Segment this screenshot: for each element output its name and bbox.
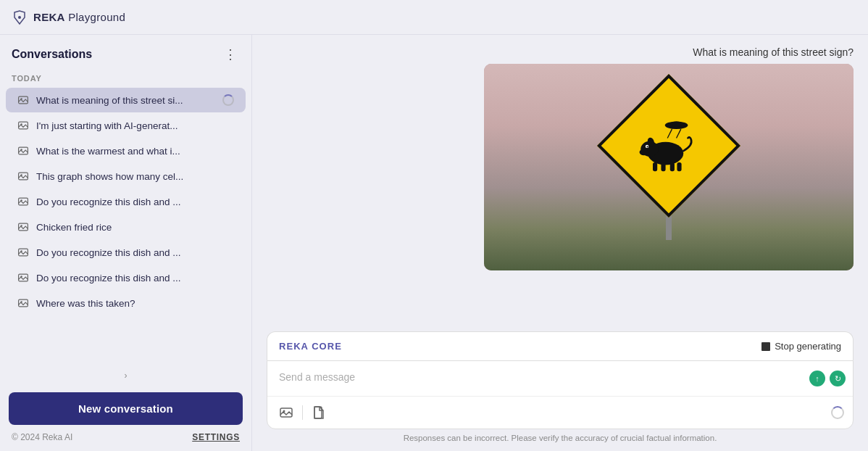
conversation-item[interactable]: Chicken fried rice xyxy=(6,215,246,239)
sidebar-menu-button[interactable]: ⋮ xyxy=(221,45,240,64)
conversation-item[interactable]: Do you recognize this dish and ... xyxy=(6,189,246,214)
sidebar-title: Conversations xyxy=(12,48,92,61)
loading-spinner xyxy=(831,406,844,419)
svg-rect-30 xyxy=(661,162,665,170)
image-icon xyxy=(279,405,293,420)
conv-image-icon xyxy=(17,94,29,106)
image-upload-button[interactable] xyxy=(276,402,296,423)
reka-logo-icon xyxy=(12,9,28,25)
chat-messages: What is meaning of this street sign? xyxy=(252,35,868,331)
conv-item-label: What is meaning of this street si... xyxy=(36,95,215,106)
section-today-label: TODAY xyxy=(0,71,251,87)
conversation-item[interactable]: Where was this taken? xyxy=(6,291,246,315)
model-name-label: REKA CORE xyxy=(279,341,342,352)
disclaimer-text: Responses can be incorrect. Please verif… xyxy=(267,429,854,445)
attach-image-icon[interactable]: ↑ xyxy=(809,371,825,386)
header: REKA Playground xyxy=(0,0,868,35)
diamond-sign xyxy=(597,74,740,218)
conversation-item[interactable]: I'm just starting with AI-generat... xyxy=(6,113,246,138)
scroll-indicator: › xyxy=(0,368,251,384)
new-conversation-button[interactable]: New conversation xyxy=(9,392,243,425)
conversation-item[interactable]: What is the warmest and what i... xyxy=(6,138,246,163)
chat-area: What is meaning of this street sign? xyxy=(252,35,868,451)
conv-item-label: Chicken fried rice xyxy=(36,222,234,233)
svg-line-21 xyxy=(667,129,672,138)
conv-image-icon xyxy=(17,170,29,182)
conversations-list: What is meaning of this street si...I'm … xyxy=(0,87,251,368)
message-input-box: ↑ ↻ xyxy=(267,360,854,429)
stop-icon xyxy=(761,342,770,351)
user-message: What is meaning of this street sign? xyxy=(484,46,854,270)
sidebar-header: Conversations ⋮ xyxy=(0,35,251,71)
conv-image-icon xyxy=(17,120,29,131)
svg-rect-31 xyxy=(670,162,675,170)
input-controls xyxy=(267,396,853,429)
conv-spinner xyxy=(222,94,234,106)
main-layout: Conversations ⋮ TODAY What is meaning of… xyxy=(0,35,868,451)
stop-label: Stop generating xyxy=(775,341,841,352)
logo: REKA Playground xyxy=(12,9,125,25)
conv-image-icon xyxy=(17,196,29,207)
file-upload-button[interactable] xyxy=(309,402,329,423)
conversation-item[interactable]: What is meaning of this street si... xyxy=(6,88,246,112)
conversation-item[interactable]: Do you recognize this dish and ... xyxy=(6,240,246,265)
model-bar: REKA CORE Stop generating xyxy=(267,331,854,360)
conv-image-icon xyxy=(17,247,29,258)
conversation-item[interactable]: Do you recognize this dish and ... xyxy=(6,265,246,290)
conv-item-label: Do you recognize this dish and ... xyxy=(36,247,234,258)
refresh-icon[interactable]: ↻ xyxy=(830,371,846,386)
sidebar-footer: New conversation xyxy=(0,384,251,425)
conv-item-label: Do you recognize this dish and ... xyxy=(36,273,234,284)
conv-image-icon xyxy=(17,221,29,233)
svg-rect-32 xyxy=(677,162,681,170)
svg-line-22 xyxy=(677,129,681,138)
svg-point-0 xyxy=(18,16,21,19)
conv-item-label: This graph shows how many cel... xyxy=(36,171,234,182)
street-sign-image xyxy=(484,64,854,270)
app-title: REKA Playground xyxy=(33,11,125,23)
user-message-text: What is meaning of this street sign? xyxy=(693,46,854,58)
conv-item-label: What is the warmest and what i... xyxy=(36,146,234,157)
conv-image-icon xyxy=(17,272,29,284)
copyright-text: © 2024 Reka AI xyxy=(12,432,72,442)
sidebar: Conversations ⋮ TODAY What is meaning of… xyxy=(0,35,252,451)
sign-background xyxy=(484,64,854,270)
sidebar-bottom: © 2024 Reka AI SETTINGS xyxy=(0,425,251,451)
conversation-item[interactable]: This graph shows how many cel... xyxy=(6,164,246,189)
conv-item-label: Do you recognize this dish and ... xyxy=(36,196,234,207)
cow-ufo-icon xyxy=(637,114,701,178)
conv-image-icon xyxy=(17,297,29,309)
input-divider xyxy=(302,405,303,420)
file-icon xyxy=(312,405,326,420)
message-input[interactable] xyxy=(267,361,853,396)
conv-item-label: Where was this taken? xyxy=(36,298,234,309)
stop-generating-button[interactable]: Stop generating xyxy=(761,341,841,352)
conv-item-label: I'm just starting with AI-generat... xyxy=(36,120,234,131)
svg-rect-29 xyxy=(653,162,657,170)
settings-link[interactable]: SETTINGS xyxy=(192,432,240,442)
sign-inner xyxy=(637,114,701,178)
conv-image-icon xyxy=(17,145,29,157)
sign-container xyxy=(618,95,719,240)
chat-input-area: REKA CORE Stop generating ↑ ↻ xyxy=(252,331,868,451)
